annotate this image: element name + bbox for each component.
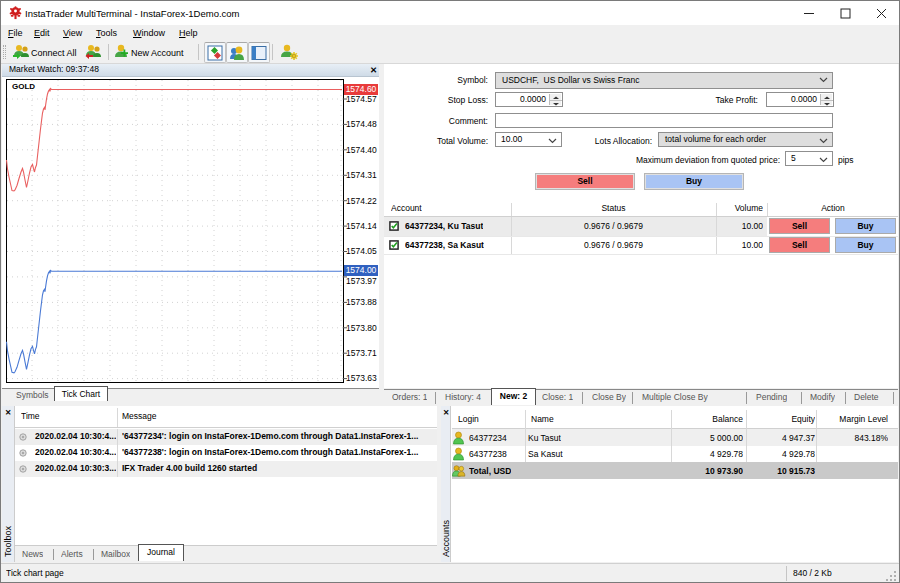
svg-text:GOLD: GOLD [12, 82, 35, 91]
